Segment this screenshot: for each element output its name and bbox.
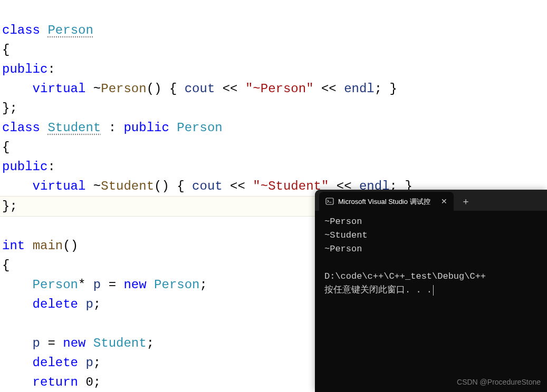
code-line: { bbox=[2, 43, 9, 57]
code-line: class Student : public Person bbox=[2, 121, 223, 135]
keyword-public: public bbox=[2, 160, 47, 174]
type-person: Person bbox=[154, 278, 199, 292]
destructor-person: Person bbox=[101, 82, 146, 96]
watermark: CSDN @ProcedureStone bbox=[457, 375, 541, 389]
code-line: public: bbox=[2, 160, 55, 174]
variable-p: p bbox=[85, 297, 93, 311]
colon: : bbox=[47, 62, 55, 76]
terminal-tab[interactable]: Microsoft Visual Studio 调试控 ✕ bbox=[319, 192, 454, 211]
keyword-new: new bbox=[63, 336, 85, 350]
number-literal: 0 bbox=[85, 375, 93, 389]
keyword-new: new bbox=[123, 278, 146, 292]
output-line: ~Student bbox=[324, 230, 368, 240]
output-line: ~Person bbox=[324, 217, 362, 227]
terminal-titlebar[interactable]: Microsoft Visual Studio 调试控 ✕ ＋ bbox=[315, 190, 547, 211]
plus-icon: ＋ bbox=[461, 192, 471, 211]
keyword-delete: delete bbox=[33, 297, 78, 311]
keyword-virtual: virtual bbox=[33, 82, 86, 96]
keyword-class: class bbox=[2, 23, 40, 37]
code-line: { bbox=[2, 258, 9, 272]
svg-rect-0 bbox=[326, 198, 333, 204]
keyword-return: return bbox=[33, 375, 78, 389]
output-line: ~Person bbox=[324, 244, 362, 254]
code-line: return 0; bbox=[2, 375, 101, 389]
new-tab-button[interactable]: ＋ bbox=[457, 192, 475, 211]
code-line: delete p; bbox=[2, 297, 101, 311]
destructor-student: Student bbox=[101, 179, 154, 193]
variable-p: p bbox=[85, 356, 93, 370]
code-line: p = new Student; bbox=[2, 336, 154, 350]
terminal-icon bbox=[325, 197, 334, 205]
keyword-public: public bbox=[2, 62, 47, 76]
code-line: int main() bbox=[2, 239, 78, 253]
type-student: Student bbox=[93, 336, 147, 350]
function-main: main bbox=[33, 239, 63, 253]
code-line: public: bbox=[2, 62, 55, 76]
keyword-public: public bbox=[123, 121, 169, 135]
type-person-base: Person bbox=[177, 121, 222, 135]
type-person: Person bbox=[33, 278, 78, 292]
code-line: delete p; bbox=[2, 356, 101, 370]
code-line: Person* p = new Person; bbox=[2, 278, 207, 292]
colon: : bbox=[47, 160, 55, 174]
variable-p: p bbox=[93, 278, 101, 292]
identifier-cout: cout bbox=[185, 82, 215, 96]
code-line: { bbox=[2, 140, 9, 154]
identifier-cout: cout bbox=[192, 179, 223, 193]
keyword-delete: delete bbox=[33, 356, 78, 370]
terminal-output[interactable]: ~Person ~Student ~Person D:\code\c++\C++… bbox=[315, 211, 547, 392]
close-icon[interactable]: ✕ bbox=[441, 192, 447, 211]
type-person: Person bbox=[47, 23, 93, 37]
variable-p: p bbox=[33, 336, 40, 350]
string-literal: "~Person" bbox=[245, 82, 314, 96]
terminal-tab-title: Microsoft Visual Studio 调试控 bbox=[338, 192, 430, 211]
code-line: virtual ~Person() { cout << "~Person" <<… bbox=[2, 82, 397, 96]
code-line: }; bbox=[2, 101, 17, 115]
code-line: class Person bbox=[2, 23, 93, 37]
keyword-int: int bbox=[2, 239, 25, 253]
keyword-class: class bbox=[2, 121, 40, 135]
type-student: Student bbox=[47, 121, 101, 135]
output-line: D:\code\c++\C++_test\Debug\C++ bbox=[324, 271, 486, 281]
terminal-cursor bbox=[433, 285, 434, 296]
keyword-virtual: virtual bbox=[33, 179, 86, 193]
identifier-endl: endl bbox=[344, 82, 375, 96]
terminal-window[interactable]: Microsoft Visual Studio 调试控 ✕ ＋ ~Person … bbox=[315, 190, 547, 392]
output-line: 按任意键关闭此窗口. . . bbox=[324, 285, 432, 295]
